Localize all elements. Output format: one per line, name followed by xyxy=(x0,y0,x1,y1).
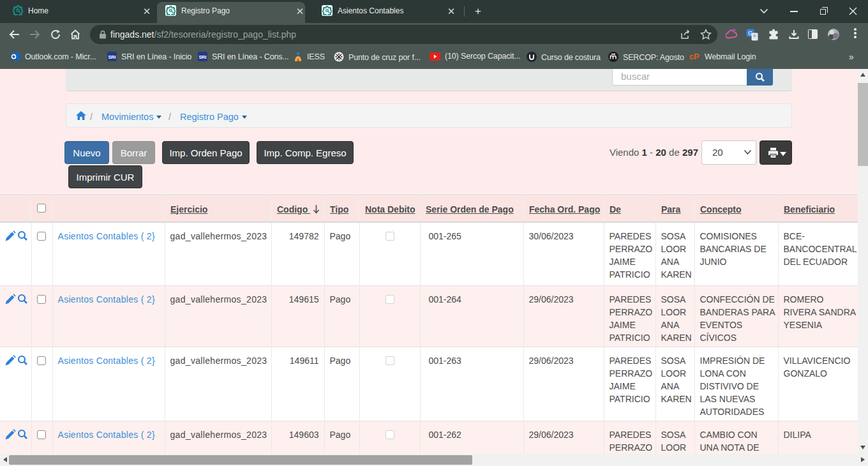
svg-text:SRi: SRi xyxy=(198,54,206,60)
svg-text:cP: cP xyxy=(689,52,700,61)
svg-text:SRi: SRi xyxy=(108,54,116,60)
